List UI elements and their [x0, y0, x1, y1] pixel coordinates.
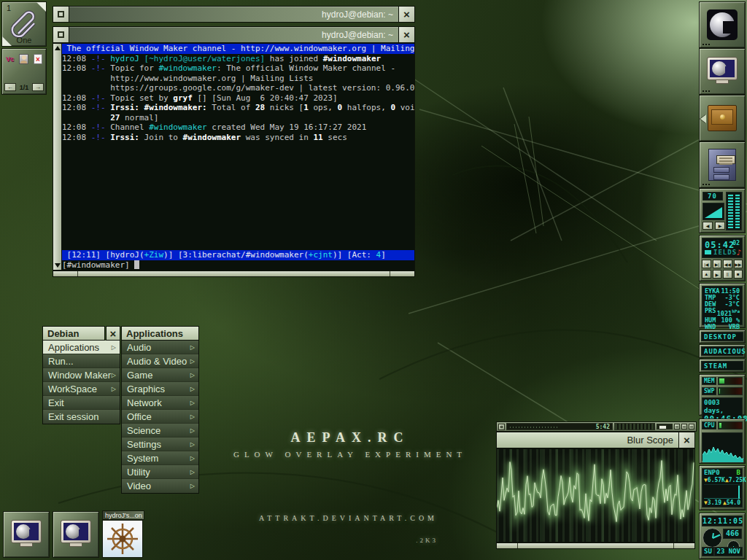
menu-item-game[interactable]: Game▷: [122, 368, 198, 382]
miniaturize-icon: [58, 31, 64, 38]
irc-message: 27 normal]: [62, 113, 414, 123]
player-eject-button[interactable]: ▲: [702, 270, 711, 279]
menu-item-audio-video[interactable]: Audio & Video▷: [122, 354, 198, 368]
document-x-icon[interactable]: ×: [34, 54, 42, 64]
dock-tile-wmaker[interactable]: [699, 1, 746, 48]
menu-item-workspace[interactable]: WorkSpace▷: [43, 382, 120, 396]
dock-music-player[interactable]: 05:42 02 IELDS ♪ |◀▶|◀◀▶▶ ▲▶||■: [699, 235, 746, 281]
menu-item-applications[interactable]: Applications▷: [43, 341, 120, 354]
dock-cpu-monitor[interactable]: CPU: [699, 419, 746, 464]
miniwindow-terminal-2[interactable]: [53, 511, 99, 558]
miniaturize-button[interactable]: [53, 27, 69, 42]
menu-item-utility[interactable]: Utility▷: [122, 465, 198, 479]
audacious-minimize-button[interactable]: [674, 424, 680, 429]
dock-tile-terminal[interactable]: [699, 48, 746, 95]
scroll-down-icon[interactable]: [55, 263, 61, 268]
irc-message: 12:08 -!- Irssi: Join to #windowmaker wa…: [62, 133, 414, 143]
miniwindow-helm[interactable]: [102, 520, 143, 558]
running-indicator: [703, 44, 710, 45]
irc-text-segment: Topic set by: [110, 93, 173, 103]
menu-item-audio[interactable]: Audio▷: [122, 341, 198, 354]
person-icon[interactable]: [19, 54, 28, 64]
clip-corner-button[interactable]: [36, 2, 46, 12]
root-menu-title[interactable]: Debian: [42, 326, 105, 341]
audacious-seek-slider[interactable]: [657, 424, 673, 429]
close-button[interactable]: ×: [398, 7, 414, 22]
menu-item-label: Game: [127, 370, 152, 381]
menu-item-graphics[interactable]: Graphics▷: [122, 382, 198, 396]
drawer-icon: [708, 105, 737, 131]
irc-text-segment: ops,: [309, 103, 338, 112]
scroll-up-icon[interactable]: [55, 46, 61, 50]
menu-item-exit[interactable]: Exit: [43, 396, 120, 410]
weather-panel: EYKA11:50TMP-3°CDEW-3°CPRS1021hPaHUM100 …: [702, 286, 743, 325]
player-pause-button[interactable]: ||: [723, 270, 732, 279]
mixer-prev-button[interactable]: ◀: [703, 222, 713, 230]
player-stop-button[interactable]: ■: [734, 270, 743, 279]
blur-scope-titlebar[interactable]: Blur Scope ×: [496, 432, 695, 448]
audacious-shade-button[interactable]: [681, 424, 687, 429]
vc-logo-icon[interactable]: Vc: [6, 55, 14, 63]
mixer-volume-wedge[interactable]: [703, 203, 724, 220]
weather-value: -3°C: [725, 301, 740, 308]
irc-text-segment: -!-: [91, 133, 111, 142]
player-rewind-button[interactable]: ◀◀: [723, 260, 732, 268]
menu-item-window-maker[interactable]: Window Maker▷: [43, 368, 120, 382]
workspace-clip[interactable]: 1 One: [1, 1, 47, 47]
launcher-steam[interactable]: STEAM: [699, 359, 746, 373]
player-prev-button[interactable]: |◀: [702, 260, 711, 268]
menu-item-video[interactable]: Video▷: [122, 479, 198, 493]
irc-text-segment: : The official Window Maker channel -: [217, 63, 395, 73]
audacious-menu-button[interactable]: [498, 424, 505, 430]
tray-dockapp[interactable]: Vc × ← 1/1 →: [1, 48, 47, 95]
date-display: 23 NOV: [714, 547, 743, 556]
terminal-scrollbar[interactable]: [53, 44, 62, 270]
dock-clock[interactable]: 12:11:05 466 SU 23 NOV: [699, 513, 746, 559]
dock-mixer[interactable]: 70 ◀ ▶: [699, 188, 746, 233]
menu-item-system[interactable]: System▷: [122, 451, 198, 465]
launcher-audacious[interactable]: AUDACIOUS: [699, 344, 746, 358]
net-up-rate: 7.25K: [729, 477, 746, 483]
menu-item-settings[interactable]: Settings▷: [122, 438, 198, 451]
net-down-rate: 6.57K: [708, 477, 725, 483]
player-play-button[interactable]: ▶: [713, 270, 722, 279]
dock-tile-file-cabinet[interactable]: [699, 141, 746, 188]
player-next-button[interactable]: ▶|: [713, 260, 722, 268]
irc-text-segment: #windowmaker: [323, 54, 381, 63]
dock-sysmon[interactable]: MEM SWP 0003 days, 00:46:08: [699, 374, 746, 416]
drawer-arrow-icon[interactable]: [700, 114, 706, 123]
blur-scope-resizebar[interactable]: [496, 542, 695, 549]
applications-menu-title[interactable]: Applications: [121, 326, 199, 341]
irc-text-segment: Total of: [207, 103, 255, 112]
miniwindow-terminal-1[interactable]: [3, 511, 50, 558]
pager-next-button[interactable]: →: [32, 83, 44, 91]
close-button[interactable]: ×: [678, 432, 694, 448]
player-progress-chip: [705, 250, 711, 254]
miniaturize-button[interactable]: [53, 7, 69, 22]
menu-item-science[interactable]: Science▷: [122, 424, 198, 438]
dock-weather[interactable]: EYKA11:50TMP-3°CDEW-3°CPRS1021hPaHUM100 …: [699, 283, 746, 328]
player-forward-button[interactable]: ▶▶: [734, 260, 743, 268]
running-indicator: [703, 90, 710, 92]
menu-item-office[interactable]: Office▷: [122, 410, 198, 424]
mixer-next-button[interactable]: ▶: [715, 222, 725, 230]
menu-item-run-[interactable]: Run...: [43, 354, 120, 368]
dock-net-monitor[interactable]: ENP0 B ▼6.57K ▲7.25K ▼3.19 ▲54.0: [699, 465, 746, 510]
launcher-desktop[interactable]: DESKTOP: [699, 330, 746, 343]
mem-label: MEM: [702, 377, 716, 385]
pager-prev-button[interactable]: ←: [4, 83, 16, 91]
irc-input-line[interactable]: [#windowmaker]: [62, 260, 414, 271]
dock-tile-drawer[interactable]: [699, 95, 746, 141]
menu-item-exit-session[interactable]: Exit session: [43, 410, 120, 424]
terminal-back-titlebar[interactable]: hydroJ@debian: ~ ×: [53, 6, 415, 23]
terminal-resizebar[interactable]: [53, 271, 415, 277]
applications-menu: Applications Audio▷Audio & Video▷Game▷Gr…: [121, 326, 199, 494]
audacious-close-button[interactable]: [689, 424, 694, 429]
audacious-shade-bar[interactable]: 5:42: [496, 421, 697, 432]
close-button[interactable]: ×: [398, 27, 414, 42]
terminal-titlebar[interactable]: hydroJ@debian: ~ ×: [53, 26, 415, 43]
player-display: 05:42 02 IELDS ♪: [702, 238, 743, 258]
net-up-total: 54.0: [727, 499, 740, 506]
menu-item-network[interactable]: Network▷: [122, 396, 198, 410]
menu-close-button[interactable]: ×: [106, 326, 120, 341]
